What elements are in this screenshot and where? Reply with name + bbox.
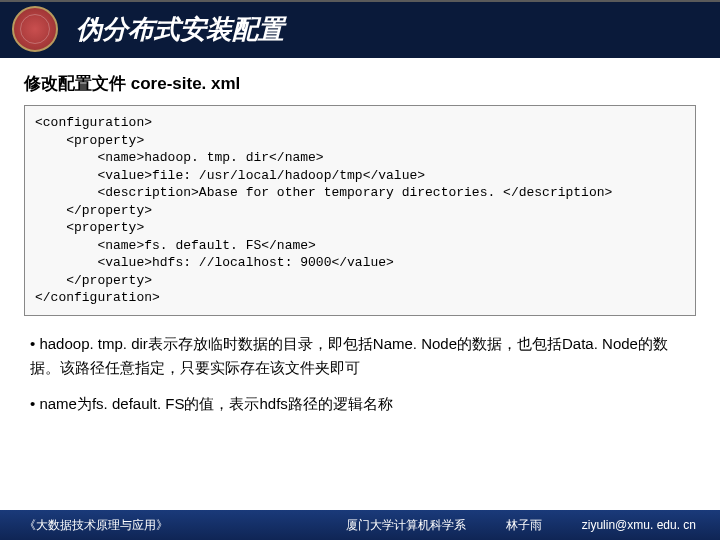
slide-title: 伪分布式安装配置 xyxy=(76,12,284,47)
section-subtitle: 修改配置文件 core-site. xml xyxy=(24,72,696,95)
university-logo-icon xyxy=(12,6,58,52)
footer-dept: 厦门大学计算机科学系 xyxy=(346,517,466,534)
top-trim xyxy=(0,0,720,2)
footer-email: ziyulin@xmu. edu. cn xyxy=(582,518,696,532)
slide-header: 伪分布式安装配置 xyxy=(0,0,720,58)
code-block: <configuration> <property> <name>hadoop.… xyxy=(24,105,696,316)
slide-content: 修改配置文件 core-site. xml <configuration> <p… xyxy=(0,58,720,416)
footer-book: 《大数据技术原理与应用》 xyxy=(24,517,168,534)
bullet-1: • hadoop. tmp. dir表示存放临时数据的目录，即包括Name. N… xyxy=(30,332,690,380)
slide-footer: 《大数据技术原理与应用》 厦门大学计算机科学系 林子雨 ziyulin@xmu.… xyxy=(0,510,720,540)
footer-author: 林子雨 xyxy=(506,517,542,534)
bullet-2: • name为fs. default. FS的值，表示hdfs路径的逻辑名称 xyxy=(30,392,690,416)
